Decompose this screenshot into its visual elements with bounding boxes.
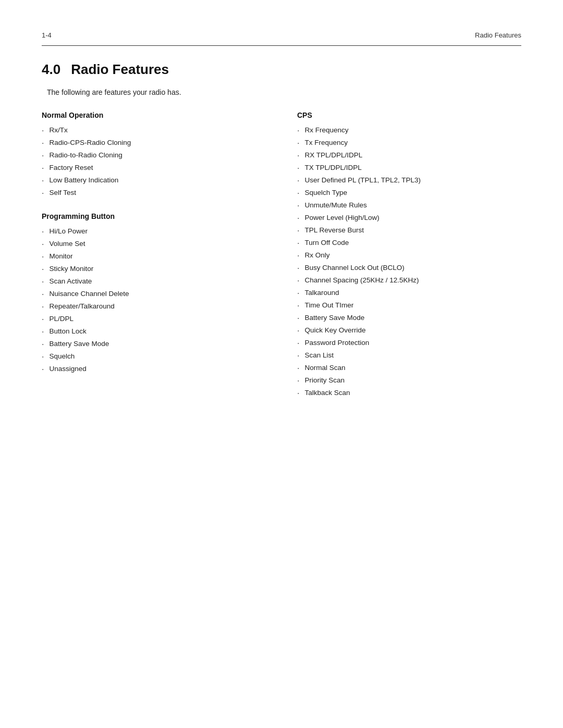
- right-column: CPSRx FrequencyTx FrequencyRX TPL/DPL/ID…: [287, 111, 521, 412]
- left-subsection-title-0: Normal Operation: [42, 111, 266, 119]
- header-section-title: Radio Features: [475, 31, 521, 39]
- list-item: TX TPL/DPL/IDPL: [297, 162, 521, 175]
- list-item: User Defined PL (TPL1, TPL2, TPL3): [297, 175, 521, 187]
- page-number: 1-4: [42, 31, 52, 39]
- section-heading: Radio Features: [71, 61, 169, 77]
- section-number: 4.0: [42, 61, 60, 77]
- list-item: Rx Only: [297, 250, 521, 262]
- list-item: Rx/Tx: [42, 125, 266, 137]
- list-item: Unassigned: [42, 363, 266, 376]
- list-item: Squelch: [42, 351, 266, 363]
- list-item: Tx Frequency: [297, 137, 521, 150]
- list-item: Hi/Lo Power: [42, 226, 266, 238]
- list-item: PL/DPL: [42, 313, 266, 326]
- list-item: Password Protection: [297, 337, 521, 350]
- left-subsection-title-1: Programming Button: [42, 212, 266, 220]
- list-item: Quick Key Override: [297, 325, 521, 337]
- list-item: Busy Channel Lock Out (BCLO): [297, 262, 521, 275]
- list-item: TPL Reverse Burst: [297, 225, 521, 237]
- list-item: Battery Save Mode: [297, 312, 521, 325]
- list-item: Nuisance Channel Delete: [42, 288, 266, 301]
- list-item: RX TPL/DPL/IDPL: [297, 150, 521, 162]
- list-item: Turn Off Code: [297, 237, 521, 250]
- left-subsection-list-1: Hi/Lo PowerVolume SetMonitorSticky Monit…: [42, 226, 266, 376]
- list-item: Battery Save Mode: [42, 338, 266, 351]
- list-item: Self Test: [42, 187, 266, 200]
- right-subsection-title-0: CPS: [297, 111, 521, 119]
- list-item: Talkback Scan: [297, 387, 521, 400]
- list-item: Scan Activate: [42, 276, 266, 288]
- list-item: Talkaround: [297, 287, 521, 300]
- list-item: Scan List: [297, 350, 521, 362]
- page-header: 1-4 Radio Features: [42, 31, 521, 41]
- list-item: Radio-to-Radio Cloning: [42, 150, 266, 162]
- left-subsection-list-0: Rx/TxRadio-CPS-Radio CloningRadio-to-Rad…: [42, 125, 266, 200]
- list-item: Unmute/Mute Rules: [297, 200, 521, 212]
- list-item: Volume Set: [42, 238, 266, 251]
- list-item: Rx Frequency: [297, 125, 521, 137]
- list-item: Normal Scan: [297, 362, 521, 375]
- intro-paragraph: The following are features your radio ha…: [47, 88, 521, 96]
- page-title: 4.0Radio Features: [42, 61, 521, 78]
- list-item: Time Out TImer: [297, 300, 521, 312]
- list-item: Power Level (High/Low): [297, 212, 521, 225]
- list-item: Button Lock: [42, 326, 266, 338]
- right-subsection-list-0: Rx FrequencyTx FrequencyRX TPL/DPL/IDPLT…: [297, 125, 521, 400]
- list-item: Channel Spacing (25KHz / 12.5KHz): [297, 275, 521, 287]
- two-column-layout: Normal OperationRx/TxRadio-CPS-Radio Clo…: [42, 111, 521, 412]
- left-column: Normal OperationRx/TxRadio-CPS-Radio Clo…: [42, 111, 287, 412]
- page: 1-4 Radio Features 4.0Radio Features The…: [0, 0, 563, 728]
- list-item: Low Battery Indication: [42, 175, 266, 187]
- list-item: Sticky Monitor: [42, 263, 266, 276]
- list-item: Monitor: [42, 251, 266, 263]
- header-divider: [42, 45, 521, 46]
- list-item: Repeater/Talkaround: [42, 301, 266, 313]
- list-item: Factory Reset: [42, 162, 266, 175]
- list-item: Priority Scan: [297, 375, 521, 387]
- list-item: Squelch Type: [297, 187, 521, 200]
- list-item: Radio-CPS-Radio Cloning: [42, 137, 266, 150]
